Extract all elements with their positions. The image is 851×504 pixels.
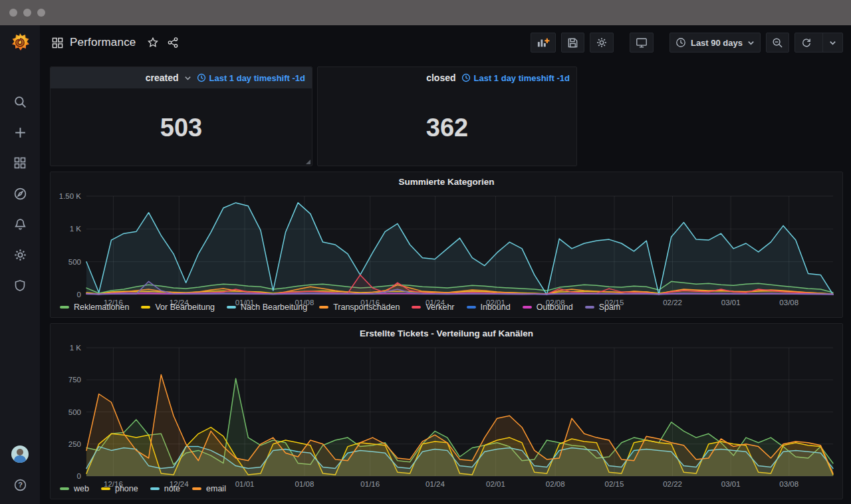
dashboards-icon[interactable]: [7, 156, 33, 170]
legend-color-swatch: [585, 306, 594, 309]
timeshift-clock-icon: [461, 73, 471, 82]
legend-color-swatch: [60, 306, 69, 309]
legend-item-phone[interactable]: phone: [101, 484, 138, 493]
legend-item-inbound[interactable]: Inbound: [467, 303, 511, 312]
legend-item-spam[interactable]: Spam: [585, 303, 621, 312]
chevron-down-icon: [747, 39, 755, 47]
panel-title[interactable]: created: [146, 72, 179, 83]
chart-legend: ReklemationenVor BearbeitungNach Bearbei…: [51, 301, 842, 317]
dashboard-settings-button[interactable]: [590, 33, 614, 53]
legend-item-vor-bearbeitung[interactable]: Vor Bearbeitung: [141, 303, 215, 312]
y-axis-tick-label: 500: [68, 408, 81, 416]
legend-label: note: [164, 484, 180, 493]
legend-item-web[interactable]: web: [60, 484, 89, 493]
stat-panel-closed-header[interactable]: closed Last 1 day timeshift -1d: [318, 67, 576, 88]
explore-compass-icon[interactable]: [7, 186, 33, 201]
legend-color-swatch: [150, 487, 160, 490]
star-favorite-icon[interactable]: [147, 37, 159, 49]
help-icon[interactable]: ?: [7, 477, 33, 492]
refresh-button-group: [794, 33, 843, 53]
alerting-bell-icon[interactable]: [7, 217, 33, 231]
panel-title[interactable]: Erstellte Tickets - Verteilung auf Kanäl…: [51, 324, 842, 342]
legend-item-transportsch-den[interactable]: Transportschäden: [319, 303, 400, 312]
chart-plot-area[interactable]: 12/1612/2401/0101/0801/1601/2402/0102/08…: [51, 342, 842, 483]
panel-menu-chevron-icon[interactable]: [184, 74, 191, 82]
panel-erstellte-tickets: Erstellte Tickets - Verteilung auf Kanäl…: [50, 323, 843, 499]
y-axis-tick-label: 1 K: [70, 225, 82, 233]
timeshift-clock-icon: [197, 73, 206, 82]
legend-label: Transportschäden: [333, 303, 400, 312]
panel-title[interactable]: closed: [426, 72, 455, 83]
legend-color-swatch: [467, 306, 476, 309]
legend-label: Nach Bearbeitung: [241, 303, 307, 312]
zoom-out-time-button[interactable]: [766, 33, 789, 53]
legend-color-swatch: [101, 487, 110, 490]
y-axis-tick-label: 0: [77, 291, 81, 299]
kiosk-mode-button[interactable]: [630, 33, 654, 53]
refresh-interval-chevron[interactable]: [822, 33, 842, 52]
chart-legend: webphonenoteemail: [51, 483, 842, 499]
window-close-button[interactable]: [9, 9, 17, 17]
legend-color-swatch: [60, 487, 69, 490]
time-range-picker[interactable]: Last 90 days: [669, 33, 761, 53]
legend-label: phone: [115, 484, 138, 493]
legend-color-swatch: [192, 487, 201, 490]
legend-label: Inbound: [481, 303, 511, 312]
y-axis-tick-label: 1.50 K: [59, 192, 82, 200]
share-icon[interactable]: [167, 37, 179, 49]
stat-value-created: 503: [160, 114, 202, 142]
add-panel-button[interactable]: [531, 33, 556, 53]
settings-gear-icon[interactable]: [7, 247, 33, 262]
legend-label: Verkehr: [426, 303, 454, 312]
sidebar: ?: [0, 25, 40, 504]
window-minimize-button[interactable]: [23, 9, 31, 17]
window-titlebar: [0, 0, 851, 25]
legend-label: Vor Bearbeitung: [155, 303, 215, 312]
legend-item-note[interactable]: note: [150, 484, 180, 493]
dashboard-grid-icon[interactable]: [52, 37, 63, 49]
search-icon[interactable]: [7, 94, 33, 109]
timeshift-info: Last 1 day timeshift -1d: [197, 73, 305, 83]
legend-label: web: [74, 484, 89, 493]
timeshift-info: Last 1 day timeshift -1d: [461, 73, 570, 83]
y-axis-tick-label: 500: [68, 258, 81, 266]
legend-color-swatch: [141, 306, 150, 309]
dashboard-navbar: Performance: [40, 25, 851, 60]
avatar-head: [17, 449, 23, 455]
legend-item-outbound[interactable]: Outbound: [523, 303, 573, 312]
panel-summierte-kategorien: Summierte Kategorien 12/1612/2401/0101/0…: [50, 172, 843, 318]
legend-color-swatch: [412, 306, 421, 309]
user-avatar[interactable]: [11, 445, 29, 463]
page-title[interactable]: Performance: [70, 36, 136, 49]
app-window: ? Performance: [0, 0, 851, 504]
stat-panel-closed: closed Last 1 day timeshift -1d 362: [317, 66, 577, 166]
stat-value-closed: 362: [426, 114, 468, 142]
chart-plot-area[interactable]: 12/1612/2401/0101/0801/1601/2402/0102/08…: [51, 191, 842, 301]
legend-item-email[interactable]: email: [192, 484, 226, 493]
refresh-dashboard-button[interactable]: [795, 33, 818, 52]
y-axis-tick-label: 0: [77, 472, 81, 480]
save-dashboard-button[interactable]: [561, 33, 584, 53]
legend-label: email: [206, 484, 226, 493]
time-range-label: Last 90 days: [691, 38, 743, 48]
svg-text:?: ?: [18, 481, 23, 489]
panel-title[interactable]: Summierte Kategorien: [51, 172, 842, 191]
dashboard-canvas: created Last 1 day timeshift -1d: [40, 60, 851, 504]
legend-item-verkehr[interactable]: Verkehr: [412, 303, 454, 312]
legend-item-reklemationen[interactable]: Reklemationen: [60, 303, 129, 312]
panel-resize-handle[interactable]: [306, 160, 310, 164]
stat-panel-created-header[interactable]: created Last 1 day timeshift -1d: [51, 67, 312, 88]
grafana-logo-icon[interactable]: [0, 25, 40, 60]
y-axis-tick-label: 750: [68, 376, 81, 384]
legend-color-swatch: [319, 306, 328, 309]
legend-label: Outbound: [537, 303, 573, 312]
legend-label: Spam: [599, 303, 621, 312]
clock-icon: [675, 37, 686, 48]
legend-color-swatch: [227, 306, 236, 309]
create-plus-icon[interactable]: [7, 125, 33, 140]
legend-label: Reklemationen: [74, 303, 129, 312]
avatar-body: [14, 455, 26, 463]
window-zoom-button[interactable]: [37, 9, 45, 17]
legend-item-nach-bearbeitung[interactable]: Nach Bearbeitung: [227, 303, 307, 312]
admin-shield-icon[interactable]: [7, 278, 33, 293]
